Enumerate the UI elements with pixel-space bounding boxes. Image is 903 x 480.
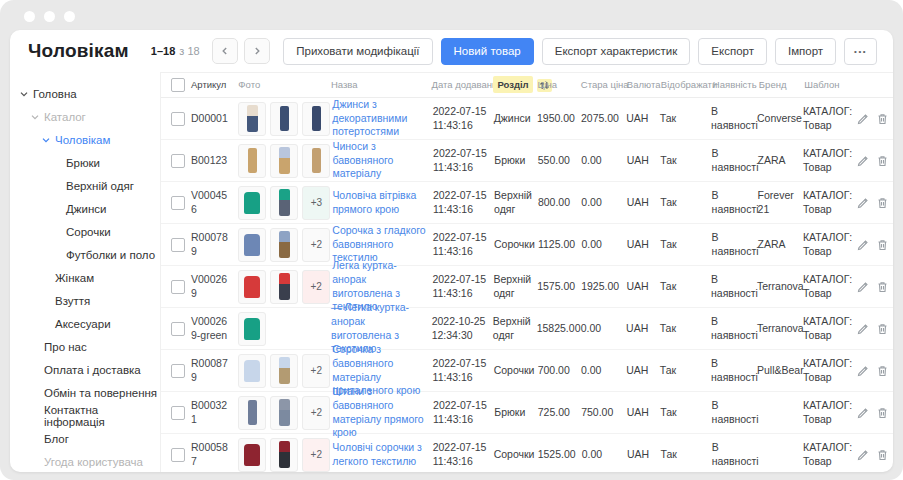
product-name-link[interactable]: Чоловіча вітрівка прямого крою <box>332 189 416 215</box>
delete-button[interactable] <box>877 113 888 125</box>
section-cell: Верхній одяг <box>493 273 537 300</box>
more-photos-badge: +3 <box>311 196 322 209</box>
product-photo-thumbnail[interactable] <box>238 354 266 388</box>
column-header-checkbox[interactable] <box>161 78 191 92</box>
product-photo-thumbnail[interactable] <box>238 186 266 220</box>
new-product-button[interactable]: Новий товар <box>441 38 534 65</box>
old-price-cell: 750.00 <box>581 406 626 420</box>
product-photo-thumbnail[interactable] <box>238 228 266 262</box>
sidebar-item-оплата-і-доставка[interactable]: Оплата і доставка <box>10 358 160 381</box>
product-photo-thumbnail[interactable] <box>238 270 266 304</box>
product-name-link[interactable]: Чоловічі сорочки з легкого текстилю <box>332 441 422 467</box>
photo-cell: +2 <box>238 354 332 388</box>
product-photo-thumbnail[interactable] <box>238 102 266 136</box>
sidebar-item-чоловікам[interactable]: Чоловікам <box>10 128 160 151</box>
sidebar-item-каталог[interactable]: Каталог <box>10 105 160 128</box>
row-checkbox[interactable] <box>171 322 185 336</box>
section-cell: Сорочки <box>494 364 538 378</box>
edit-button[interactable] <box>857 197 869 209</box>
sidebar-item-брюки[interactable]: Брюки <box>10 151 160 174</box>
delete-button[interactable] <box>877 365 888 377</box>
product-photo-thumbnail[interactable]: +2 <box>302 438 330 472</box>
edit-button[interactable] <box>857 239 869 251</box>
row-checkbox[interactable] <box>171 364 185 378</box>
edit-button[interactable] <box>857 449 869 461</box>
sidebar-item-угода-користувача[interactable]: Угода користувача <box>10 450 160 472</box>
row-checkbox[interactable] <box>171 238 185 252</box>
sidebar-item-обмін-та-повернення[interactable]: Обмін та повернення <box>10 381 160 404</box>
sidebar-item-label: Взуття <box>55 295 90 307</box>
photo-cell <box>238 102 332 136</box>
product-photo-thumbnail[interactable] <box>238 438 266 472</box>
row-checkbox[interactable] <box>171 154 185 168</box>
garment-image <box>244 444 260 466</box>
export-characteristics-button[interactable]: Експорт характеристик <box>542 38 691 65</box>
product-photo-thumbnail[interactable] <box>270 270 298 304</box>
sidebar-item-жінкам[interactable]: Жінкам <box>10 266 160 289</box>
edit-button[interactable] <box>857 365 869 377</box>
delete-button[interactable] <box>877 281 888 293</box>
product-photo-thumbnail[interactable] <box>302 144 330 178</box>
product-name-link[interactable]: Штани з бавовняного матеріалу прямого кр… <box>332 385 423 438</box>
sidebar-item-головна[interactable]: Головна <box>10 82 160 105</box>
select-all-checkbox[interactable] <box>171 78 185 92</box>
export-button[interactable]: Експорт <box>698 38 767 65</box>
delete-button[interactable] <box>877 449 888 461</box>
column-header-section[interactable]: Розділ <box>493 79 537 92</box>
product-photo-thumbnail[interactable] <box>270 144 298 178</box>
product-photo-thumbnail[interactable] <box>270 228 298 262</box>
import-button[interactable]: Імпорт <box>775 38 836 65</box>
product-name-link[interactable]: Чиноси з бавовняного матеріалу <box>332 140 393 179</box>
product-photo-thumbnail[interactable] <box>238 144 266 178</box>
edit-button[interactable] <box>857 323 869 335</box>
edit-button[interactable] <box>857 155 869 167</box>
row-checkbox[interactable] <box>171 280 185 294</box>
row-checkbox[interactable] <box>171 406 185 420</box>
currency-cell: UAH <box>626 112 660 126</box>
delete-button[interactable] <box>877 323 888 335</box>
sidebar-item-верхній-одяг[interactable]: Верхній одяг <box>10 174 160 197</box>
sidebar-item-аксесуари[interactable]: Аксесуари <box>10 312 160 335</box>
product-photo-thumbnail[interactable] <box>270 354 298 388</box>
sidebar-item-label: Обмін та повернення <box>44 387 157 399</box>
product-photo-thumbnail[interactable] <box>270 396 298 430</box>
product-name-link[interactable]: Сорочка з гладкого бавовняного текстилю <box>332 224 425 263</box>
next-page-button[interactable] <box>244 38 270 64</box>
product-photo-thumbnail[interactable]: +2 <box>302 228 330 262</box>
product-photo-thumbnail[interactable] <box>238 396 266 430</box>
row-checkbox[interactable] <box>171 112 185 126</box>
sidebar-item-контактна-інформація[interactable]: Контактна інформація <box>10 404 160 427</box>
edit-button[interactable] <box>857 113 869 125</box>
sidebar-item-джинси[interactable]: Джинси <box>10 197 160 220</box>
sidebar-item-футболки-и-поло[interactable]: Футболки и поло <box>10 243 160 266</box>
column-header-photo: Фото <box>238 79 331 91</box>
price-cell: 700.00 <box>538 364 581 378</box>
more-actions-button[interactable]: ••• <box>844 38 877 65</box>
delete-button[interactable] <box>877 155 888 167</box>
sidebar-item-блог[interactable]: Блог <box>10 427 160 450</box>
row-checkbox[interactable] <box>171 448 185 462</box>
product-photo-thumbnail[interactable] <box>238 312 266 346</box>
sidebar-item-про-нас[interactable]: Про нас <box>10 335 160 358</box>
sidebar-item-сорочки[interactable]: Сорочки <box>10 220 160 243</box>
photo-cell <box>238 312 331 346</box>
delete-button[interactable] <box>877 407 888 419</box>
hide-modifications-button[interactable]: Приховати модифікації <box>283 38 432 65</box>
edit-button[interactable] <box>857 407 869 419</box>
product-photo-thumbnail[interactable] <box>270 102 298 136</box>
prev-page-button[interactable] <box>212 38 238 64</box>
product-photo-thumbnail[interactable]: +2 <box>302 354 330 388</box>
product-photo-thumbnail[interactable] <box>270 438 298 472</box>
product-photo-thumbnail[interactable] <box>270 186 298 220</box>
delete-button[interactable] <box>877 197 888 209</box>
product-photo-thumbnail[interactable]: +3 <box>302 186 330 220</box>
edit-button[interactable] <box>857 281 869 293</box>
product-photo-thumbnail[interactable]: +2 <box>302 396 330 430</box>
product-photo-thumbnail[interactable] <box>302 102 330 136</box>
sidebar-item-взуття[interactable]: Взуття <box>10 289 160 312</box>
sidebar-item-label: Головна <box>33 88 77 100</box>
row-checkbox[interactable] <box>171 196 185 210</box>
product-photo-thumbnail[interactable]: +2 <box>302 270 330 304</box>
delete-button[interactable] <box>877 239 888 251</box>
product-name-link[interactable]: Джинси з декоративними потертостями <box>332 98 407 137</box>
